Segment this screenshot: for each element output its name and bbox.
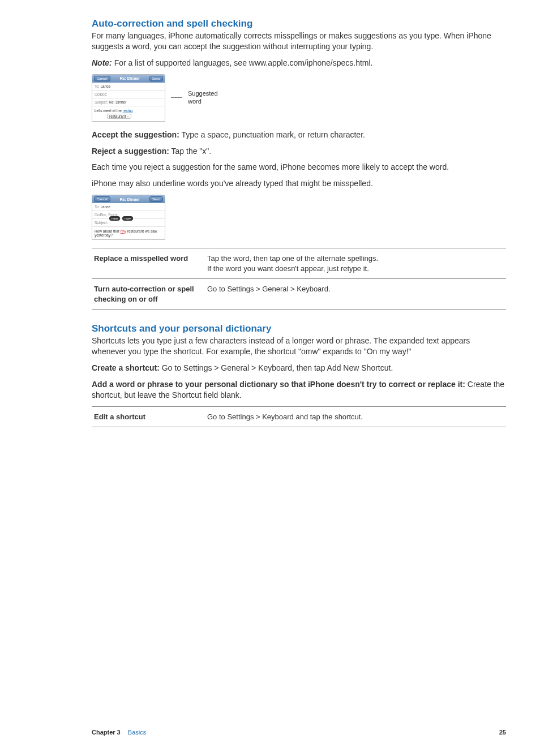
reject-suggestion: Reject a suggestion: Tap the "x".	[92, 146, 506, 157]
to-label: To:	[95, 84, 100, 88]
misspelled-word[interactable]: nrw	[121, 229, 126, 234]
footer-chapter: Chapter 3	[92, 729, 121, 736]
figure-suggested-word: Cancel Re: Dinner Send To: Lance Cc/Bcc:…	[92, 74, 506, 122]
section-title-shortcuts: Shortcuts and your personal dictionary	[92, 323, 506, 334]
to-label: To:	[95, 205, 100, 209]
suggestion-pill[interactable]: new	[109, 216, 120, 221]
page-footer: Chapter 3 Basics 25	[92, 729, 506, 736]
compose-mock-1: Cancel Re: Dinner Send To: Lance Cc/Bcc:…	[92, 74, 165, 122]
actions-table: Replace a misspelled word Tap the word, …	[92, 248, 506, 310]
send-button[interactable]: Send	[149, 196, 163, 202]
subject-label: Subject:	[95, 100, 108, 104]
body-paragraph: Shortcuts lets you type just a few chara…	[92, 336, 506, 357]
to-value: Lance	[100, 84, 111, 88]
send-button[interactable]: Send	[149, 76, 163, 81]
callout-leader	[171, 97, 182, 98]
add-word: Add a word or phrase to your personal di…	[92, 379, 506, 401]
suggestion-pill[interactable]: now	[122, 216, 133, 221]
typed-fragment: restau	[123, 109, 133, 113]
ccbcc-row: Cc/Bcc:	[92, 91, 165, 98]
cancel-button[interactable]: Cancel	[94, 196, 110, 202]
section-title-autocorrect: Auto-correction and spell checking	[92, 18, 506, 29]
accept-suggestion: Accept the suggestion: Type a space, pun…	[92, 130, 506, 140]
table-right-line1: Tap the word, then tap one of the altern…	[207, 254, 378, 263]
figure-misspelled: Cancel Re: Dinner Send To: Lance Cc/Bcc,…	[92, 195, 506, 240]
table-right: Tap the word, then tap one of the altern…	[205, 248, 506, 279]
accept-label: Accept the suggestion:	[92, 130, 179, 139]
to-row: To: Lance	[92, 83, 165, 91]
to-row: To: Lance	[92, 203, 165, 211]
footer-page-number: 25	[499, 729, 506, 736]
body-paragraph: Each time you reject a suggestion for th…	[92, 162, 506, 173]
compose-mock-2: Cancel Re: Dinner Send To: Lance Cc/Bcc,…	[92, 195, 165, 240]
compose-title: Re: Dinner	[120, 197, 140, 201]
callout-line1: Suggested	[188, 90, 218, 97]
add-label: Add a word or phrase to your personal di…	[92, 380, 465, 389]
table-row: Turn auto-correction or spell checking o…	[92, 279, 506, 310]
table-right: Go to Settings > Keyboard and tap the sh…	[205, 406, 506, 427]
subject-value: Re: Dinner	[108, 100, 127, 104]
cancel-button[interactable]: Cancel	[94, 76, 110, 81]
accept-body: Type a space, punctuation mark, or retur…	[179, 130, 365, 139]
body-pretext: How about that	[95, 229, 121, 233]
create-shortcut: Create a shortcut: Go to Settings > Gene…	[92, 363, 506, 373]
create-body: Go to Settings > General > Keyboard, the…	[160, 363, 393, 372]
compose-title: Re: Dinner	[120, 76, 140, 80]
footer-section: Basics	[128, 729, 146, 736]
table-left: Edit a shortcut	[92, 406, 205, 427]
table-left: Turn auto-correction or spell checking o…	[92, 279, 205, 310]
suggestion-text: restaurant	[109, 114, 126, 118]
table-row: Edit a shortcut Go to Settings > Keyboar…	[92, 406, 506, 427]
table-right-line2: If the word you want doesn't appear, jus…	[207, 264, 369, 273]
table-row: Replace a misspelled word Tap the word, …	[92, 248, 506, 279]
suggestion-bubble[interactable]: restaurant×	[107, 114, 131, 119]
table-left: Replace a misspelled word	[92, 248, 205, 279]
note-paragraph: Note: For a list of supported languages,…	[92, 58, 506, 68]
note-label: Note:	[92, 58, 112, 67]
reject-x-icon[interactable]: ×	[127, 115, 129, 118]
body-paragraph: iPhone may also underline words you've a…	[92, 178, 506, 189]
subject-label: Subject:	[95, 221, 108, 225]
callout-line2: word	[188, 98, 202, 105]
create-label: Create a shortcut:	[92, 363, 160, 372]
compose-body: How about that nrw restaurant we saw yes…	[92, 227, 165, 239]
reject-label: Reject a suggestion:	[92, 147, 169, 156]
note-body: For a list of supported languages, see w…	[112, 58, 373, 67]
to-value: Lance	[100, 205, 111, 209]
body-paragraph: For many languages, iPhone automatically…	[92, 31, 506, 52]
shortcut-table: Edit a shortcut Go to Settings > Keyboar…	[92, 406, 506, 428]
callout-label: Suggested word	[188, 90, 218, 105]
body-pretext: Let's meet at the	[95, 109, 123, 113]
reject-body: Tap the "x".	[169, 147, 211, 156]
subject-row: Subject: new now	[92, 219, 165, 227]
subject-row: Subject: Re: Dinner	[92, 98, 165, 106]
table-right: Go to Settings > General > Keyboard.	[205, 279, 506, 310]
compose-body: Let's meet at the restau restaurant×	[92, 106, 165, 121]
